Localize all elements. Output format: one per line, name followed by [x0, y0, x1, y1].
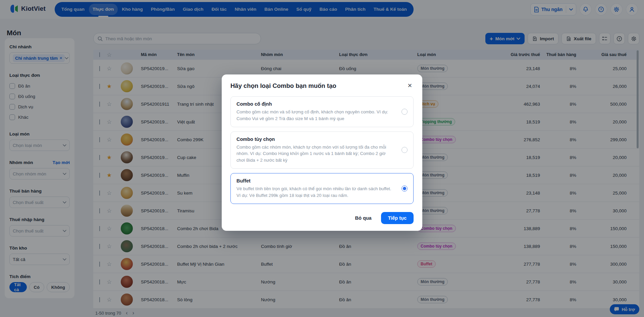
combo-option-card[interactable]: Combo tùy chọnCombo gồm các nhóm món, kh… [230, 131, 414, 169]
combo-option-title: Buffet [236, 178, 394, 183]
combo-option-description: Combo gồm các nhóm món, khách tự chọn mó… [236, 144, 394, 164]
close-icon[interactable]: ✕ [406, 82, 414, 89]
radio-button[interactable] [401, 186, 408, 192]
radio-button[interactable] [401, 147, 408, 153]
combo-option-description: Combo gồm các món và số lượng cố định, k… [236, 109, 394, 122]
modal-title: Hãy chọn loại Combo bạn muốn tạo [230, 82, 336, 90]
continue-button[interactable]: Tiếp tục [381, 212, 414, 224]
combo-option-description: Vé buffet tính tiền trọn gói, khách có t… [236, 186, 394, 199]
combo-option-title: Combo cố định [236, 101, 394, 107]
combo-type-modal: Hãy chọn loại Combo bạn muốn tạo ✕ Combo… [222, 74, 422, 231]
combo-option-card[interactable]: Combo cố địnhCombo gồm các món và số lượ… [230, 96, 414, 127]
skip-button[interactable]: Bỏ qua [349, 212, 378, 224]
combo-option-card[interactable]: BuffetVé buffet tính tiền trọn gói, khác… [230, 173, 414, 204]
radio-button[interactable] [401, 109, 408, 115]
combo-option-title: Combo tùy chọn [236, 137, 394, 142]
